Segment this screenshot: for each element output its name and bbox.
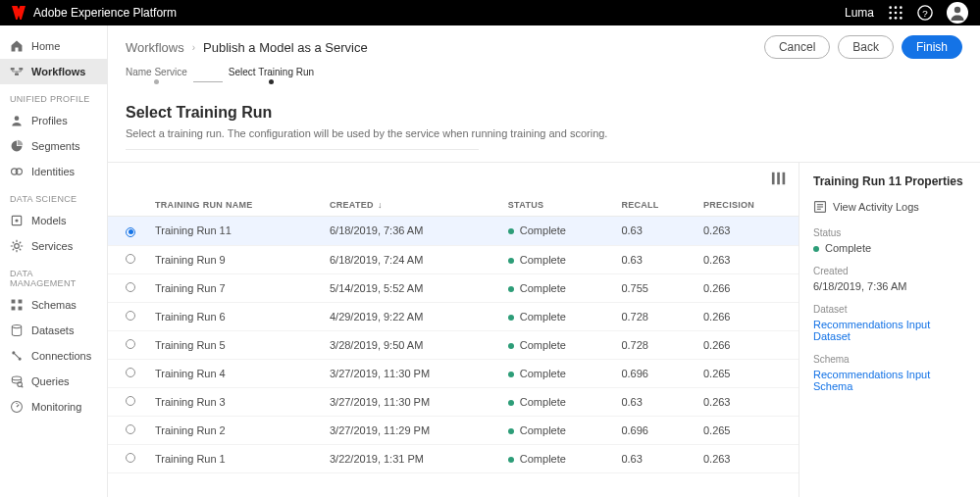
table-row[interactable]: Training Run 4 3/27/2019, 11:30 PM Compl… [108, 359, 799, 387]
svg-rect-33 [777, 173, 780, 184]
svg-point-17 [16, 169, 22, 174]
chevron-right-icon: › [192, 42, 195, 53]
help-icon[interactable]: ? [917, 5, 933, 21]
sidebar-item-profiles[interactable]: Profiles [0, 108, 107, 133]
col-name[interactable]: TRAINING RUN NAME [147, 194, 322, 217]
avatar[interactable] [947, 2, 968, 24]
cell-created: 3/22/2019, 1:31 PM [322, 444, 500, 472]
org-name[interactable]: Luma [845, 6, 874, 20]
sidebar-item-schemas[interactable]: Schemas [0, 292, 107, 318]
sidebar-item-label: Profiles [31, 115, 68, 126]
radio-select[interactable] [126, 254, 135, 264]
step-1-dot [154, 79, 159, 84]
status-dot-icon [508, 315, 514, 321]
radio-select[interactable] [126, 227, 135, 237]
svg-rect-22 [19, 300, 23, 304]
datasets-icon [10, 323, 24, 337]
finish-button[interactable]: Finish [902, 35, 962, 59]
svg-point-0 [889, 6, 892, 9]
status-dot-icon [508, 343, 514, 349]
column-settings-icon[interactable] [771, 171, 787, 186]
sidebar-item-connections[interactable]: Connections [0, 343, 107, 369]
svg-point-6 [889, 17, 892, 20]
table-row[interactable]: Training Run 9 6/18/2019, 7:24 AM Comple… [108, 245, 799, 273]
apps-icon[interactable] [888, 5, 903, 21]
view-activity-logs-link[interactable]: View Activity Logs [813, 200, 966, 214]
profile-icon [10, 114, 24, 127]
radio-select[interactable] [126, 282, 135, 292]
radio-select[interactable] [126, 311, 135, 321]
sidebar-item-identities[interactable]: Identities [0, 159, 107, 184]
cell-precision: 0.263 [696, 217, 799, 246]
status-value: Complete [813, 242, 966, 254]
svg-rect-13 [19, 68, 23, 70]
sidebar-item-models[interactable]: Models [0, 208, 107, 233]
radio-select[interactable] [126, 453, 135, 463]
sidebar-item-services[interactable]: Services [0, 233, 107, 259]
cell-status: Complete [500, 359, 614, 387]
sidebar-item-label: Services [31, 240, 73, 252]
schema-link[interactable]: Recommendations Input Schema [813, 369, 966, 392]
back-button[interactable]: Back [838, 35, 894, 59]
step-1-label: Name Service [126, 67, 187, 77]
sidebar-group-header: DATA SCIENCE [0, 184, 107, 208]
svg-rect-21 [12, 300, 16, 304]
cell-recall: 0.63 [613, 217, 696, 246]
cell-recall: 0.755 [613, 273, 696, 302]
sidebar-item-segments[interactable]: Segments [0, 133, 107, 159]
cell-recall: 0.696 [613, 359, 696, 387]
cell-recall: 0.63 [613, 245, 696, 273]
cell-status: Complete [500, 330, 614, 359]
services-icon [10, 239, 24, 253]
cell-precision: 0.266 [696, 302, 799, 330]
sidebar-item-monitoring[interactable]: Monitoring [0, 394, 107, 420]
cell-name: Training Run 9 [147, 245, 322, 273]
svg-line-30 [22, 386, 24, 388]
col-precision[interactable]: PRECISION [696, 194, 799, 217]
radio-select[interactable] [126, 368, 135, 377]
sidebar-item-datasets[interactable]: Datasets [0, 318, 107, 343]
queries-icon [10, 374, 24, 388]
sidebar-item-queries[interactable]: Queries [0, 369, 107, 394]
table-row[interactable]: Training Run 2 3/27/2019, 11:29 PM Compl… [108, 416, 799, 444]
table-row[interactable]: Training Run 1 3/22/2019, 1:31 PM Comple… [108, 444, 799, 472]
sidebar-item-workflows[interactable]: Workflows [0, 59, 107, 84]
radio-select[interactable] [126, 396, 135, 406]
home-icon [10, 39, 24, 53]
svg-point-20 [15, 244, 20, 249]
cell-name: Training Run 4 [147, 359, 322, 387]
svg-rect-24 [19, 307, 23, 311]
cell-created: 3/27/2019, 11:30 PM [322, 387, 500, 416]
cell-status: Complete [500, 273, 614, 302]
cell-recall: 0.696 [613, 416, 696, 444]
adobe-logo-icon [12, 6, 26, 20]
table-row[interactable]: Training Run 7 5/14/2019, 5:52 AM Comple… [108, 273, 799, 302]
col-status[interactable]: STATUS [500, 194, 614, 217]
cell-precision: 0.263 [696, 444, 799, 472]
cell-name: Training Run 6 [147, 302, 322, 330]
svg-rect-14 [15, 74, 19, 75]
models-icon [10, 214, 24, 227]
dataset-link[interactable]: Recommendations Input Dataset [813, 319, 966, 342]
divider [126, 149, 479, 150]
radio-select[interactable] [126, 424, 135, 434]
col-created[interactable]: CREATED↓ [322, 194, 500, 217]
table-row[interactable]: Training Run 5 3/28/2019, 9:50 AM Comple… [108, 330, 799, 359]
col-recall[interactable]: RECALL [613, 194, 696, 217]
table-row[interactable]: Training Run 3 3/27/2019, 11:30 PM Compl… [108, 387, 799, 416]
monitoring-icon [10, 400, 24, 414]
cell-status: Complete [500, 416, 614, 444]
table-row[interactable]: Training Run 11 6/18/2019, 7:36 AM Compl… [108, 217, 799, 246]
svg-point-15 [15, 116, 20, 121]
cell-status: Complete [500, 387, 614, 416]
cancel-button[interactable]: Cancel [764, 35, 830, 59]
details-title: Training Run 11 Properties [813, 174, 966, 188]
sidebar-item-home[interactable]: Home [0, 33, 107, 59]
cell-created: 6/18/2019, 7:24 AM [322, 245, 500, 273]
breadcrumb-root[interactable]: Workflows [126, 40, 184, 55]
status-dot-icon [508, 428, 514, 434]
radio-select[interactable] [126, 339, 135, 349]
svg-point-11 [954, 7, 960, 13]
connections-icon [10, 349, 24, 363]
table-row[interactable]: Training Run 6 4/29/2019, 9:22 AM Comple… [108, 302, 799, 330]
